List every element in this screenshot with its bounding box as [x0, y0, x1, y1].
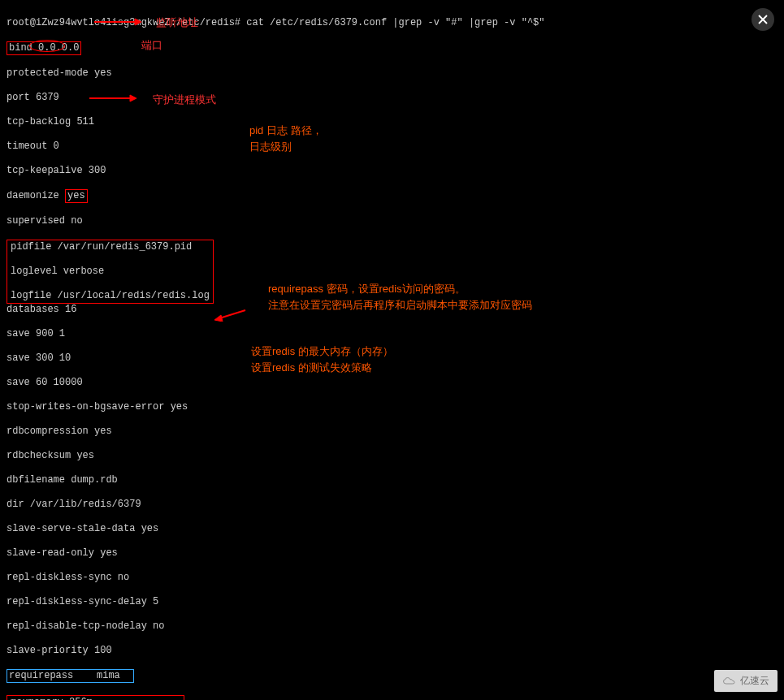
watermark-badge: 亿速云: [714, 670, 778, 692]
svg-marker-1: [135, 19, 141, 25]
config-line: repl-diskless-sync-delay 5: [6, 596, 778, 608]
annotation-requirepass2: 注意在设置完密码后再程序和启动脚本中要添加对应密码: [268, 299, 532, 311]
arrow-icon: [214, 309, 247, 322]
svg-line-4: [219, 310, 245, 318]
config-line: stop-writes-on-bgsave-error yes: [6, 401, 778, 413]
requirepass-highlight: requirepass mima: [6, 669, 134, 683]
config-line: dir /var/lib/redis/6379: [6, 499, 778, 511]
annotation-requirepass1: requirepass 密码，设置redis访问的密码。: [268, 283, 466, 295]
close-icon: [757, 14, 769, 25]
annotation-bind: 监听地址: [156, 16, 198, 28]
pidfile-highlight-box: pidfile /var/run/redis_6379.pid loglevel…: [6, 240, 214, 304]
annotation-pid1: pid 日志 路径，: [249, 124, 323, 136]
annotation-maxmem1: 设置redis 的最大内存（内存）: [251, 345, 393, 357]
config-line: tcp-backlog 511: [6, 116, 778, 128]
cloud-icon: [722, 676, 737, 686]
annotation-pid2: 日志级别: [249, 140, 292, 153]
svg-marker-5: [214, 315, 223, 322]
config-line: slave-priority 100: [6, 645, 778, 657]
config-line: protected-mode yes: [6, 67, 778, 80]
config-line: timeout 0: [6, 140, 778, 153]
maxmemory-highlight-box: maxmemory 256m maxmemory-policy volatile…: [6, 695, 184, 700]
annotation-port: 端口: [141, 39, 162, 51]
config-line: save 900 1: [6, 328, 778, 340]
config-line: daemonize: [6, 190, 65, 201]
watermark-text: 亿速云: [740, 675, 769, 687]
config-line: supervised no: [6, 215, 778, 227]
annotation-maxmem2: 设置redis 的测试失效策略: [251, 361, 372, 374]
config-line: slave-serve-stale-data yes: [6, 523, 778, 535]
arrow-icon: [89, 94, 138, 102]
port-ellipse: [29, 40, 65, 52]
config-line: tcp-keepalive 300: [6, 165, 778, 177]
daemonize-highlight: yes: [65, 189, 88, 203]
config-line: slave-read-only yes: [6, 547, 778, 560]
config-line: save 60 10000: [6, 377, 778, 389]
config-line: rdbchecksum yes: [6, 450, 778, 462]
arrow-icon: [94, 18, 143, 26]
config-line: repl-disable-tcp-nodelay no: [6, 620, 778, 633]
config-line: rdbcompression yes: [6, 426, 778, 438]
close-button[interactable]: [752, 8, 774, 31]
config-line: dbfilename dump.rdb: [6, 474, 778, 486]
config-line: repl-diskless-sync no: [6, 572, 778, 584]
svg-marker-3: [130, 95, 136, 102]
annotation-daemonize: 守护进程模式: [153, 93, 216, 106]
